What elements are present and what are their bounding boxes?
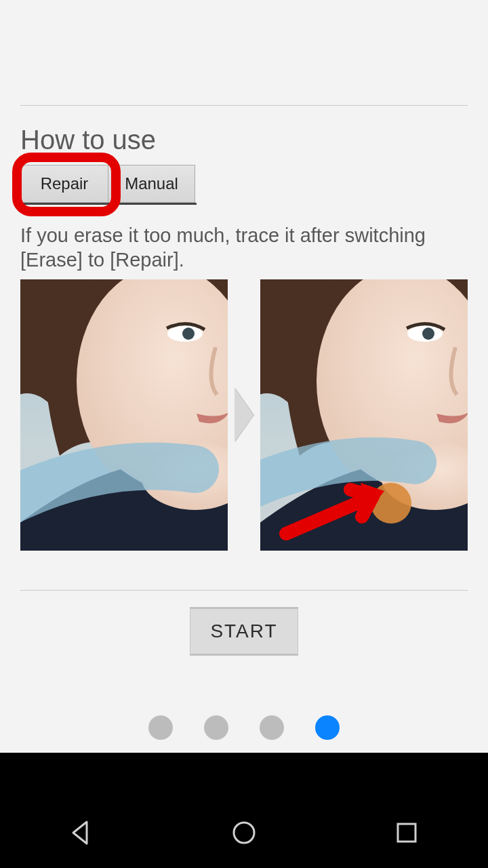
svg-point-8: [422, 328, 434, 340]
top-divider: [20, 105, 468, 106]
example-images: [20, 279, 468, 551]
svg-point-3: [182, 328, 195, 340]
example-image-after: [260, 279, 468, 551]
pager-dot-4[interactable]: [315, 715, 340, 740]
pager-dots: [20, 715, 468, 740]
instruction-text: If you erase it too much, trace it after…: [20, 223, 468, 273]
pager-dot-2[interactable]: [204, 715, 228, 740]
svg-rect-13: [398, 824, 415, 842]
mode-tabs: Repair Manual: [20, 165, 197, 219]
bottom-divider: [20, 590, 468, 591]
chevron-right-icon: [235, 388, 253, 442]
home-button[interactable]: [224, 812, 264, 853]
svg-point-12: [234, 823, 254, 843]
tab-manual[interactable]: Manual: [108, 165, 195, 203]
recent-apps-button[interactable]: [386, 812, 427, 853]
example-image-before: [20, 279, 228, 551]
page-title: How to use: [20, 125, 468, 155]
android-navbar: [0, 753, 488, 868]
pager-dot-1[interactable]: [148, 715, 173, 740]
back-button[interactable]: [61, 812, 102, 853]
start-button[interactable]: START: [190, 607, 298, 656]
pager-dot-3[interactable]: [260, 715, 284, 740]
tab-repair[interactable]: Repair: [20, 165, 108, 203]
